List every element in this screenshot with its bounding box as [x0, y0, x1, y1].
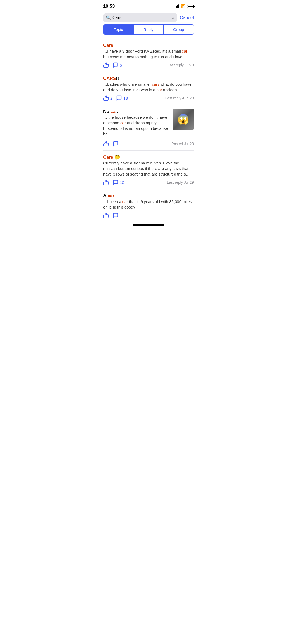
topic-actions: 2 13 — [103, 95, 128, 101]
thumbs-up-icon — [103, 213, 109, 218]
battery-icon — [187, 5, 194, 8]
topic-meta: Posted Jul 23 — [171, 142, 194, 146]
topic-footer: 10 Last reply Jul 29 — [103, 180, 194, 185]
signal-icon — [175, 5, 179, 8]
like-button[interactable]: 2 — [103, 95, 112, 101]
tab-reply[interactable]: Reply — [134, 25, 164, 34]
home-bar — [99, 222, 198, 227]
topic-footer: Posted Jul 23 — [103, 141, 194, 147]
topic-title: A car — [103, 193, 194, 199]
topic-actions: 5 — [103, 62, 122, 68]
wifi-icon: 📶 — [181, 4, 185, 8]
topic-footer — [103, 213, 194, 218]
topic-item[interactable]: A car …I seen a car that is 9 years old … — [103, 189, 194, 222]
search-input[interactable] — [112, 15, 170, 20]
clear-button[interactable]: × — [172, 15, 175, 20]
comment-icon — [113, 62, 119, 68]
reply-button[interactable] — [113, 141, 119, 147]
thumbs-up-icon — [103, 95, 109, 101]
reply-button[interactable]: 10 — [113, 180, 124, 185]
comment-icon — [113, 213, 119, 218]
topic-meta: Last reply Aug 20 — [165, 96, 194, 100]
thumbnail-image — [173, 109, 194, 130]
topic-snippet: …I seen a car that is 9 years old with 8… — [103, 199, 194, 210]
tab-group[interactable]: Group — [164, 25, 194, 34]
like-button[interactable] — [103, 62, 109, 68]
like-button[interactable] — [103, 213, 109, 218]
topic-list: Cars! …I have a 3 door Ford KA Zetec. It… — [99, 39, 198, 222]
topic-title: Cars 🤔 — [103, 154, 194, 160]
thumbs-up-icon — [103, 141, 109, 147]
topic-header: No car. … the house because we don't hav… — [103, 109, 194, 139]
home-indicator — [133, 224, 164, 226]
reply-count: 5 — [120, 63, 122, 67]
topic-item[interactable]: Cars! …I have a 3 door Ford KA Zetec. It… — [103, 39, 194, 72]
topic-thumbnail — [173, 109, 194, 130]
search-icon: 🔍 — [106, 15, 111, 20]
status-time: 10:53 — [103, 4, 115, 9]
topic-snippet: …Ladies who drive smaller cars what do y… — [103, 81, 194, 93]
topic-snippet: … the house because we don't have a seco… — [103, 114, 170, 137]
topic-title: No car. — [103, 109, 170, 114]
like-count: 2 — [110, 96, 112, 100]
reply-button[interactable] — [113, 213, 119, 218]
like-button[interactable] — [103, 180, 109, 185]
topic-title: Cars! — [103, 43, 194, 48]
topic-snippet: …I have a 3 door Ford KA Zetec. It's a s… — [103, 48, 194, 59]
tab-topic[interactable]: Topic — [103, 25, 134, 34]
topic-actions: 10 — [103, 180, 124, 185]
segment-control: Topic Reply Group — [103, 24, 194, 35]
status-bar: 10:53 📶 — [99, 0, 198, 11]
topic-actions — [103, 141, 119, 147]
topic-footer: 2 13 Last reply Aug 20 — [103, 95, 194, 101]
search-bar: 🔍 × Cancel — [99, 11, 198, 24]
like-button[interactable] — [103, 141, 109, 147]
topic-item[interactable]: Cars 🤔 Currently have a sienna mini van.… — [103, 151, 194, 189]
topic-item[interactable]: CARS!! …Ladies who drive smaller cars wh… — [103, 72, 194, 105]
topic-title: CARS!! — [103, 76, 194, 81]
cancel-button[interactable]: Cancel — [180, 15, 194, 20]
search-input-wrap[interactable]: 🔍 × — [103, 13, 177, 22]
comment-icon — [113, 141, 119, 147]
topic-footer: 5 Last reply Jun 8 — [103, 62, 194, 68]
topic-meta: Last reply Jul 29 — [167, 180, 194, 185]
status-icons: 📶 — [175, 4, 194, 8]
topic-snippet: Currently have a sienna mini van. I love… — [103, 160, 194, 177]
reply-count: 13 — [123, 96, 128, 100]
comment-icon — [116, 95, 122, 101]
thumbs-up-icon — [103, 62, 109, 68]
topic-item[interactable]: No car. … the house because we don't hav… — [103, 105, 194, 151]
topic-actions — [103, 213, 119, 218]
thumbs-up-icon — [103, 180, 109, 185]
comment-icon — [113, 180, 119, 185]
reply-count: 10 — [120, 180, 124, 185]
reply-button[interactable]: 13 — [116, 95, 128, 101]
reply-button[interactable]: 5 — [113, 62, 122, 68]
topic-meta: Last reply Jun 8 — [168, 63, 194, 67]
